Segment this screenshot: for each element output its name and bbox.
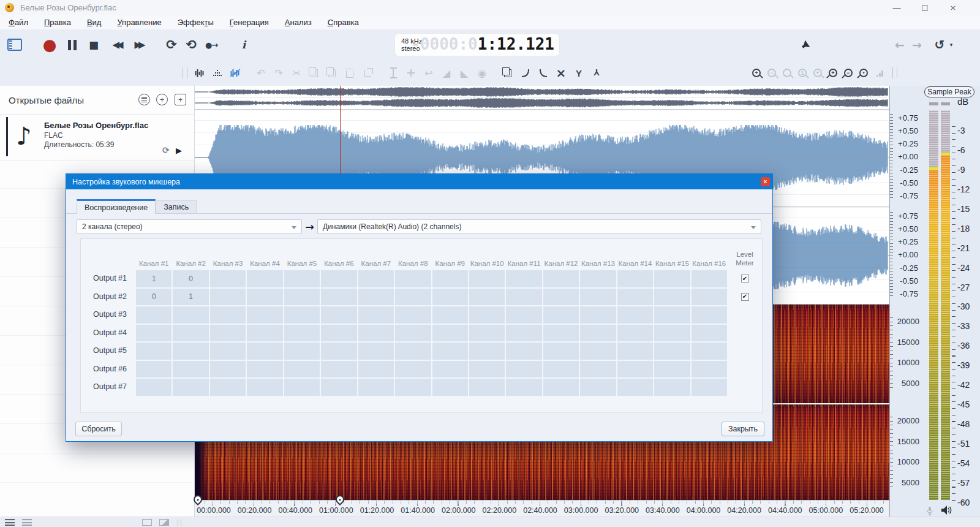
matrix-cell[interactable] [654,270,690,287]
close-dialog-button[interactable]: Закрыть [722,422,764,436]
compact-view-icon[interactable] [22,519,32,526]
matrix-cell[interactable] [617,270,653,287]
vertical-zoom-in-icon[interactable] [829,69,837,77]
matrix-cell[interactable] [617,289,653,306]
menu-item[interactable]: Анализ [285,18,312,27]
crossfade-icon[interactable]: × [556,67,567,79]
toolbar-drag-handle[interactable] [183,67,187,78]
waveform-overview[interactable] [195,86,889,110]
matrix-cell[interactable] [469,325,505,342]
matrix-cell[interactable] [284,343,320,360]
matrix-cell[interactable] [284,270,320,287]
matrix-cell[interactable] [432,270,468,287]
matrix-cell[interactable] [210,361,246,378]
filter-icon[interactable] [138,94,150,105]
delete-icon[interactable] [344,67,355,79]
matrix-cell[interactable] [654,343,690,360]
matrix-cell[interactable] [692,289,727,306]
matrix-cell[interactable] [506,325,541,342]
matrix-cell[interactable] [395,306,431,324]
matrix-cell[interactable] [654,379,690,396]
matrix-cell[interactable] [358,325,394,342]
matrix-cell[interactable] [247,361,282,378]
matrix-cell[interactable] [136,361,172,378]
matrix-cell[interactable] [432,289,468,306]
vertical-zoom-out-icon[interactable] [844,69,853,77]
panel-thumbnail-icon[interactable] [142,519,152,526]
toolbar-drag-handle[interactable] [892,67,897,78]
matrix-cell[interactable] [432,361,468,378]
matrix-cell[interactable] [395,289,431,306]
matrix-cell[interactable] [210,289,246,306]
dialog-titlebar[interactable]: Настройка звукового микшера [66,174,772,189]
output-device-select[interactable]: Динамики (Realtek(R) Audio) (2 channels) [317,219,761,234]
matrix-cell[interactable] [543,325,579,342]
matrix-cell[interactable] [543,270,579,287]
fit-horizontal-icon[interactable] [405,67,417,79]
menu-item[interactable]: Генерация [230,18,269,27]
matrix-cell[interactable] [321,379,356,396]
menu-item[interactable]: Вид [87,18,102,27]
matrix-cell[interactable] [617,361,653,378]
matrix-cell[interactable] [358,270,394,287]
matrix-cell[interactable] [395,379,431,396]
matrix-cell[interactable] [247,379,282,396]
level-meter-checkbox[interactable]: ✔ [741,293,749,301]
matrix-cell[interactable] [358,361,394,378]
fade-in-icon[interactable]: ◢ [441,67,452,79]
matrix-cell[interactable] [358,289,394,306]
matrix-cell[interactable] [173,325,208,342]
matrix-cell[interactable] [321,270,356,287]
matrix-cell[interactable] [136,306,172,324]
matrix-cell[interactable] [469,343,505,360]
split-icon[interactable]: Y [573,67,584,79]
matrix-cell[interactable] [692,270,727,287]
matrix-cell[interactable] [617,306,653,324]
tab-playback[interactable]: Воспроизведение [77,199,156,214]
matrix-cell[interactable] [210,306,246,324]
nav-back-icon[interactable]: ← [893,29,907,60]
cut-icon[interactable]: ✂ [291,67,302,79]
playhead-cursor[interactable] [340,86,341,173]
matrix-cell[interactable] [543,306,579,324]
matrix-cell[interactable] [580,361,616,378]
matrix-cell[interactable]: 0 [173,270,208,287]
matrix-cell[interactable] [692,361,727,378]
matrix-cell[interactable] [654,361,690,378]
tab-record[interactable]: Запись [156,200,197,213]
matrix-cell[interactable] [284,289,320,306]
matrix-cell[interactable] [210,325,246,342]
matrix-cell[interactable] [173,343,208,360]
copy-icon[interactable] [309,67,320,79]
fast-forward-icon[interactable]: ▶▶ [127,29,153,60]
menu-item[interactable]: Управление [117,18,161,27]
matrix-cell[interactable] [692,379,727,396]
matrix-cell[interactable] [432,306,468,324]
matrix-cell[interactable] [543,289,579,306]
menu-item[interactable]: Правка [44,18,71,27]
nav-forward-icon[interactable]: → [910,29,924,60]
matrix-cell[interactable] [469,289,505,306]
add-file-icon[interactable]: + [156,94,168,105]
matrix-cell[interactable] [692,343,727,360]
matrix-cell[interactable] [469,306,505,324]
matrix-cell[interactable]: 1 [136,270,172,287]
matrix-cell[interactable] [506,379,541,396]
matrix-cell[interactable] [321,289,356,306]
matrix-cell[interactable] [654,325,690,342]
record-icon[interactable]: ● [42,29,58,60]
matrix-cell[interactable] [210,379,246,396]
matrix-cell[interactable] [358,343,394,360]
undo-icon[interactable]: ↶ [255,67,266,79]
minimize-button[interactable]: — [892,3,902,12]
matrix-cell[interactable] [210,270,246,287]
matrix-cell[interactable] [173,361,208,378]
file-play-icon[interactable]: ▶ [176,146,182,155]
add-group-icon[interactable]: + [175,94,186,105]
matrix-cell[interactable] [395,270,431,287]
matrix-cell[interactable] [358,379,394,396]
matrix-cell[interactable] [136,343,172,360]
matrix-cell[interactable] [136,325,172,342]
zoom-selection-icon[interactable] [813,69,822,77]
combined-view-icon[interactable] [230,67,241,79]
